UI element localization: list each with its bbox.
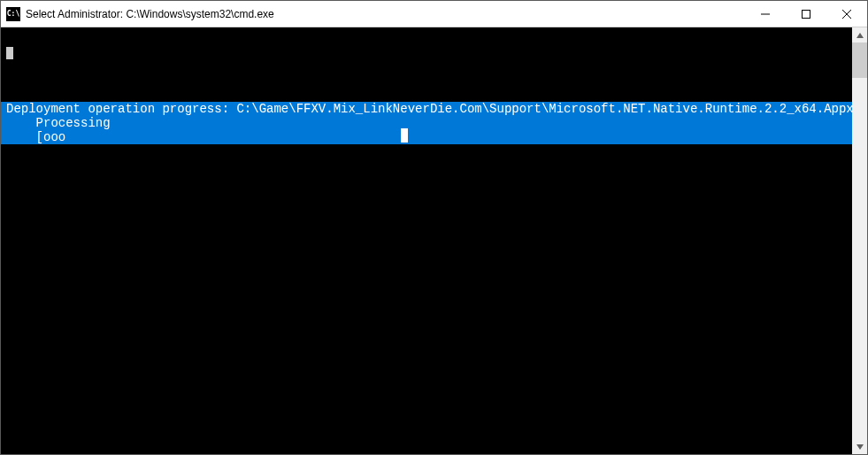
scroll-track[interactable]	[852, 42, 867, 439]
svg-marker-5	[856, 444, 864, 450]
minimize-icon	[761, 10, 770, 19]
close-icon	[842, 10, 851, 19]
scroll-down-button[interactable]	[852, 439, 867, 454]
content-area: Deployment operation progress: C:\Game\F…	[1, 27, 867, 454]
progress-block: Deployment operation progress: C:\Game\F…	[1, 102, 852, 144]
deployment-progress-line: Deployment operation progress: C:\Game\F…	[6, 102, 847, 116]
maximize-button[interactable]	[786, 1, 826, 27]
minimize-button[interactable]	[745, 1, 786, 27]
terminal-prompt-cursor	[6, 45, 847, 59]
close-button[interactable]	[826, 1, 867, 27]
cmd-window: C:\ Select Administrator: C:\Windows\sys…	[0, 0, 868, 455]
cmd-icon: C:\	[6, 7, 20, 21]
window-controls	[745, 1, 867, 27]
chevron-up-icon	[856, 32, 864, 39]
titlebar[interactable]: C:\ Select Administrator: C:\Windows\sys…	[1, 1, 867, 27]
processing-status-line: Processing	[6, 116, 847, 130]
terminal-output[interactable]: Deployment operation progress: C:\Game\F…	[1, 27, 852, 454]
scroll-up-button[interactable]	[852, 27, 867, 42]
scroll-thumb[interactable]	[852, 42, 867, 78]
maximize-icon	[802, 10, 810, 19]
window-title: Select Administrator: C:\Windows\system3…	[26, 8, 745, 20]
progress-bar-line: [ooo ]	[6, 130, 847, 144]
vertical-scrollbar[interactable]	[852, 27, 867, 454]
selection-cursor	[401, 128, 408, 143]
svg-rect-1	[803, 10, 810, 18]
svg-marker-4	[856, 33, 864, 38]
chevron-down-icon	[856, 443, 864, 451]
